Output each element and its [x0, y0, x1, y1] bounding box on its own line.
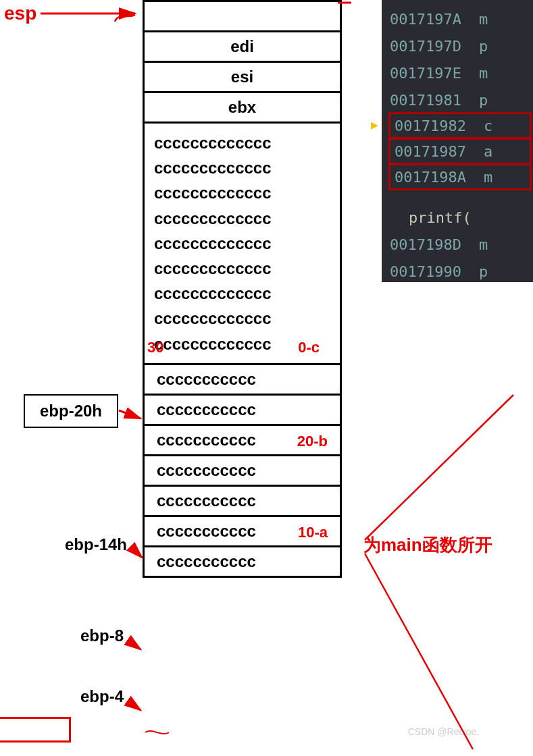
ide-boxed-line: 0017198Am — [388, 163, 532, 190]
ide-line: 0017197Em — [382, 59, 533, 86]
ebp-14h-label: ebp-14h — [65, 535, 127, 554]
overlay-10a: 10-a — [298, 524, 328, 541]
esp-label: esp — [4, 3, 36, 24]
cc-long-row: ccccccccccccc — [154, 130, 330, 155]
stack-cc-row-ebp14h: ccccccccccc 20-b — [143, 424, 342, 456]
stack-cc-row: ccccccccccc — [143, 363, 342, 396]
ebp-20h-box: ebp-20h — [24, 394, 118, 428]
ebp-8-label: ebp-8 — [80, 626, 124, 645]
cc-long-row: ccccccccccccc — [154, 281, 330, 306]
watermark: CSDN @Recipe. — [408, 726, 479, 737]
cc-long-row: ccccccccccccc — [154, 256, 330, 281]
overlay-20b: 20-b — [297, 433, 328, 450]
ide-panel: 0017197Am0017197Dp0017197Em00171981p ▶ 0… — [382, 0, 533, 282]
ide-line: 0017197Dp — [382, 32, 533, 59]
overlay-30: 30 — [147, 336, 163, 359]
main-caption: 为main函数所开 — [363, 533, 492, 557]
ide-line: 00171990p — [382, 258, 533, 285]
cc-long-row: ccccccccccccc — [154, 306, 330, 331]
cc-long-row: ccccccccccccc — [154, 231, 330, 256]
stack-cc-row-ebp4: ccccccccccc — [143, 545, 342, 578]
stack-cc-row-ebp8: ccccccccccc — [143, 485, 342, 517]
stack-cell-ebx: ebx — [143, 91, 342, 124]
ide-code-line: printf( — [382, 204, 533, 231]
red-box-fragment — [0, 717, 71, 742]
cc-long-row: ccccccccccccc — [154, 206, 330, 231]
stack-cc-block: cccccccccccccccccccccccccccccccccccccccc… — [143, 122, 342, 365]
current-line-arrow: ▶ — [371, 117, 378, 132]
stack-cc-row: ccccccccccc 10-a — [143, 515, 342, 547]
ide-boxed-line: 00171987a — [388, 138, 532, 165]
ide-boxed-line: 00171982c — [388, 112, 532, 139]
ebp-4-label: ebp-4 — [80, 687, 124, 706]
stack-cc-row: ccccccccccc — [143, 454, 342, 487]
stack-cc-row: ccccccccccc — [143, 394, 342, 426]
cc-long-row: ccccccccccccc — [154, 180, 330, 205]
stack-cell-empty — [143, 0, 342, 32]
stack-cell-esi: esi — [143, 61, 342, 93]
ide-line: 00171981p — [382, 86, 533, 113]
overlay-0c: 0-c — [298, 336, 320, 359]
cc-long-row: ccccccccccccc — [154, 155, 330, 180]
stack-cell-edi: edi — [143, 30, 342, 63]
ide-line: 0017197Am — [382, 5, 533, 32]
ide-line: 0017198Dm — [382, 231, 533, 258]
stack-column: edi esi ebx cccccccccccccccccccccccccccc… — [143, 0, 342, 578]
